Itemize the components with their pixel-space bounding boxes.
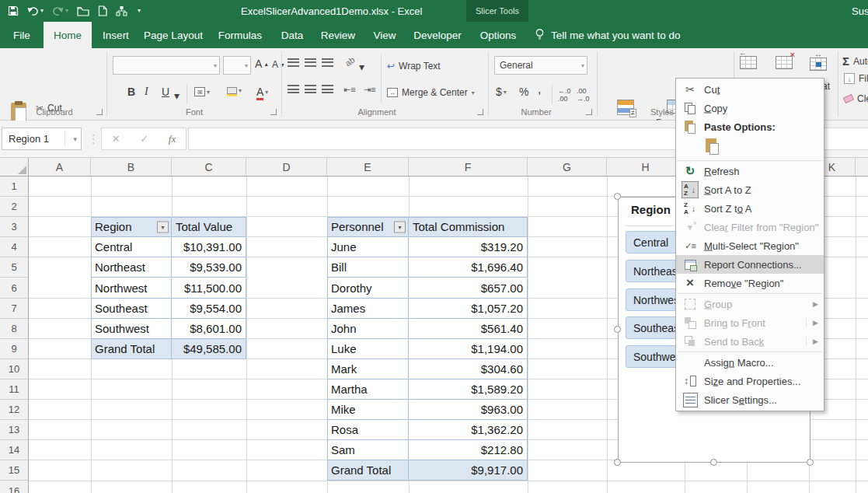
italic-button[interactable]: I [145, 86, 148, 98]
shrink-font-button[interactable]: A▼ [272, 59, 285, 70]
cell-personnel-luke[interactable]: Luke [327, 339, 409, 359]
row-header-4[interactable]: 4 [0, 237, 28, 257]
column-header-E[interactable]: E [327, 158, 409, 176]
row-header-7[interactable]: 7 [0, 299, 28, 319]
merge-center-dropdown-icon[interactable]: ▾ [472, 89, 475, 96]
tell-me-box[interactable]: Tell me what you want to do [535, 22, 681, 48]
menu-item-cut[interactable]: ✂Cut [676, 80, 824, 99]
user-name[interactable]: Susa [852, 5, 868, 17]
increase-indent-button[interactable]: ⇥≡ [364, 85, 376, 95]
cell-personnel-june[interactable]: June [327, 237, 409, 257]
row-header-9[interactable]: 9 [0, 339, 28, 359]
row-header-12[interactable]: 12 [0, 400, 28, 420]
cell-personnel-rosa[interactable]: Rosa [327, 420, 409, 440]
cell-region-southwest-value[interactable]: $8,601.00 [172, 319, 246, 339]
menu-item-report-connections[interactable]: Report Connections... [676, 255, 824, 274]
select-all-corner[interactable] [0, 158, 29, 177]
insert-cells-button[interactable] [740, 56, 757, 69]
tab-developer[interactable]: Developer [409, 22, 466, 48]
tab-file[interactable]: File [6, 22, 37, 48]
align-left-button[interactable] [288, 85, 299, 93]
row-header-5[interactable]: 5 [0, 257, 28, 278]
open-folder-icon[interactable] [77, 6, 89, 16]
tab-review[interactable]: Review [315, 22, 361, 48]
column-header-A[interactable]: A [29, 158, 91, 176]
filter-dropdown-icon[interactable]: ▾ [157, 221, 169, 233]
row-header-10[interactable]: 10 [0, 359, 28, 379]
borders-button[interactable]: ⊞▾ [194, 87, 210, 96]
clear-button[interactable]: Clear [844, 93, 868, 104]
personnel-grand-total-value[interactable]: $9,917.00 [409, 460, 528, 481]
cell-personnel-sam-value[interactable]: $212.80 [409, 440, 528, 460]
decrease-decimal-button[interactable]: .00→.0 [577, 87, 590, 103]
cell-region-northeast-value[interactable]: $9,539.00 [172, 257, 246, 278]
align-right-button[interactable] [322, 85, 333, 93]
slicer-handle-bottom-middle[interactable] [710, 459, 717, 466]
cell-region-central[interactable]: Central [91, 237, 172, 257]
slicer-handle-bottom-right[interactable] [807, 459, 814, 466]
align-center-button[interactable] [305, 85, 316, 93]
column-header-D[interactable]: D [246, 158, 327, 176]
row-header-8[interactable]: 8 [0, 319, 28, 339]
undo-icon[interactable]: ▾ [27, 6, 44, 16]
row-header-6[interactable]: 6 [0, 278, 28, 299]
menu-item-size-and-properties[interactable]: ↕Size and Properties... [676, 372, 824, 390]
tab-options[interactable]: Options [471, 22, 525, 48]
row-header-11[interactable]: 11 [0, 379, 28, 400]
row-header-16[interactable]: 16 [0, 481, 28, 493]
alignment-dialog-launcher-icon[interactable] [477, 109, 483, 115]
menu-item-refresh[interactable]: ↻Refresh [676, 162, 824, 180]
menu-item-slicer-settings[interactable]: Slicer Settings... [676, 390, 824, 409]
personnel-header-personnel[interactable]: Personnel▾ [327, 217, 409, 237]
cell-personnel-rosa-value[interactable]: $1,362.20 [409, 420, 528, 440]
column-header-G[interactable]: G [528, 158, 607, 176]
slicer-handle-middle-left[interactable] [614, 326, 621, 333]
undo-dropdown-icon[interactable]: ▾ [40, 8, 44, 14]
cell-personnel-martha[interactable]: Martha [327, 379, 409, 400]
slicer-handle-bottom-left[interactable] [614, 459, 621, 466]
cell-personnel-james[interactable]: James [327, 299, 409, 319]
tab-data[interactable]: Data [274, 22, 311, 48]
region-grand-total-value[interactable]: $49,585.00 [172, 339, 246, 359]
new-document-icon[interactable] [98, 5, 107, 16]
menu-item-remove-region[interactable]: ×Remove "Region" [676, 274, 824, 292]
column-header-B[interactable]: B [91, 158, 172, 176]
align-middle-button[interactable] [305, 58, 316, 67]
cell-personnel-bill[interactable]: Bill [327, 257, 409, 278]
autosum-button[interactable]: Σ AutoSum [842, 54, 868, 68]
tab-formulas[interactable]: Formulas [211, 22, 269, 48]
row-header-14[interactable]: 14 [0, 440, 28, 460]
cell-personnel-mike[interactable]: Mike [327, 400, 409, 420]
save-icon[interactable] [8, 5, 19, 16]
font-size-combo[interactable]: ▾ [223, 56, 251, 75]
cell-region-southeast[interactable]: Southeast [91, 299, 172, 319]
cell-region-northwest-value[interactable]: $11,500.00 [172, 278, 246, 299]
personnel-grand-total-label[interactable]: Grand Total [327, 460, 409, 481]
row-header-2[interactable]: 2 [0, 197, 28, 217]
column-header-H[interactable]: H [607, 158, 685, 176]
font-color-button[interactable]: A▾ [256, 86, 268, 98]
increase-decimal-button[interactable]: ←.0.00 [558, 87, 571, 103]
cell-region-central-value[interactable]: $10,391.00 [172, 237, 246, 257]
font-dialog-launcher-icon[interactable] [270, 109, 277, 115]
cell-personnel-martha-value[interactable]: $1,589.20 [409, 379, 528, 400]
accounting-format-button[interactable]: $▾ [496, 86, 507, 98]
column-header-F[interactable]: F [409, 158, 528, 176]
format-cells-button[interactable] [810, 58, 827, 71]
name-box-dropdown-icon[interactable]: ▾ [73, 135, 77, 143]
insert-function-icon[interactable]: fx [169, 133, 176, 145]
row-header-3[interactable]: 3 [0, 217, 28, 237]
cell-personnel-mike-value[interactable]: $963.00 [409, 400, 528, 420]
cell-personnel-james-value[interactable]: $1,057.20 [409, 299, 528, 319]
region-grand-total-label[interactable]: Grand Total [91, 339, 172, 359]
tab-home[interactable]: Home [44, 22, 92, 48]
align-bottom-button[interactable] [322, 58, 333, 67]
cell-personnel-bill-value[interactable]: $1,696.40 [409, 257, 528, 278]
cell-personnel-john[interactable]: John [327, 319, 409, 339]
fill-button[interactable]: ↓ Fill [844, 73, 868, 84]
formula-bar-drag-handle[interactable]: ⋮ [88, 132, 99, 146]
number-dialog-launcher-icon[interactable] [586, 109, 592, 115]
cell-personnel-sam[interactable]: Sam [327, 440, 409, 460]
paste-option-button[interactable] [702, 137, 723, 158]
comma-style-button[interactable]: , [538, 82, 541, 96]
